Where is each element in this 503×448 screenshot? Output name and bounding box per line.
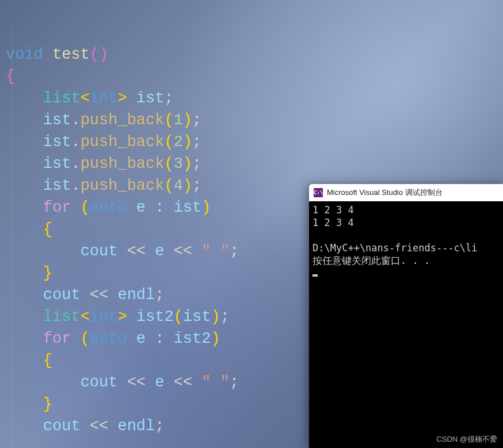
paren-open: ( xyxy=(164,177,173,194)
op-insert: << xyxy=(127,374,146,391)
paren-close: ) xyxy=(99,46,108,63)
var-ist: ist xyxy=(43,112,71,129)
id-endl: endl xyxy=(117,418,155,435)
dot: . xyxy=(71,112,80,129)
angle-open: < xyxy=(81,308,90,326)
brace-open: { xyxy=(43,221,52,238)
paren-open: ( xyxy=(174,308,183,326)
string-literal: " " xyxy=(201,243,230,260)
paren-close: ) xyxy=(183,155,192,173)
literal-2: 2 xyxy=(174,133,183,151)
angle-close: > xyxy=(117,90,127,107)
var-ist: ist xyxy=(136,90,165,107)
paren-close: ) xyxy=(211,330,220,347)
console-cursor xyxy=(313,274,318,277)
console-output[interactable]: 1 2 3 4 1 2 3 4 D:\MyC++\nans-friends---… xyxy=(309,201,503,448)
console-line: 按任意键关闭此窗口. . . xyxy=(313,255,430,266)
paren-open: ( xyxy=(90,46,99,63)
var-ist: ist xyxy=(43,155,71,173)
method-push_back: push_back xyxy=(81,133,165,151)
literal-1: 1 xyxy=(174,112,183,129)
op-insert: << xyxy=(127,243,146,260)
console-line: 1 2 3 4 xyxy=(313,217,354,228)
var-e: e xyxy=(155,374,164,391)
paren-open: ( xyxy=(81,330,90,347)
op-insert: << xyxy=(174,243,192,260)
method-push_back: push_back xyxy=(81,112,165,129)
paren-close: ) xyxy=(183,112,192,129)
debug-console-window[interactable]: C:\ Microsoft Visual Studio 调试控制台 1 2 3 … xyxy=(309,184,503,448)
semicolon: ; xyxy=(220,308,230,326)
paren-open: ( xyxy=(164,133,173,151)
op-insert: << xyxy=(90,286,108,304)
type-list: list xyxy=(43,90,81,107)
id-cout: cout xyxy=(81,243,118,260)
literal-4: 4 xyxy=(174,177,183,194)
watermark: CSDN @很楠不爱 xyxy=(436,434,497,445)
var-ist: ist xyxy=(43,133,71,151)
brace-open: { xyxy=(6,68,15,85)
op-insert: << xyxy=(174,374,192,391)
semicolon: ; xyxy=(192,133,201,151)
dot: . xyxy=(71,177,80,194)
var-e: e xyxy=(136,199,146,216)
string-literal: " " xyxy=(201,374,230,391)
paren-close: ) xyxy=(183,133,192,151)
keyword-for: for xyxy=(43,330,71,347)
paren-open: ( xyxy=(164,155,173,173)
indent-guide xyxy=(12,28,12,448)
var-ist: ist xyxy=(174,199,202,216)
paren-open: ( xyxy=(164,112,173,129)
type-list: list xyxy=(43,308,81,326)
literal-3: 3 xyxy=(174,155,183,173)
semicolon: ; xyxy=(192,155,201,173)
paren-close: ) xyxy=(183,177,192,194)
op-insert: << xyxy=(90,418,108,435)
var-e: e xyxy=(155,243,164,260)
var-ist: ist xyxy=(43,177,71,194)
function-name: test xyxy=(52,46,90,63)
console-titlebar[interactable]: C:\ Microsoft Visual Studio 调试控制台 xyxy=(309,184,503,201)
dot: . xyxy=(71,133,80,151)
console-icon: C:\ xyxy=(314,188,323,197)
keyword-for: for xyxy=(43,199,71,216)
paren-close: ) xyxy=(201,199,211,216)
semicolon: ; xyxy=(192,177,201,194)
paren-open: ( xyxy=(81,199,90,216)
dot: . xyxy=(71,155,80,173)
semicolon: ; xyxy=(155,418,164,435)
var-ist2: ist2 xyxy=(174,330,211,347)
console-title: Microsoft Visual Studio 调试控制台 xyxy=(327,187,443,198)
keyword-auto: auto xyxy=(90,330,127,347)
colon: : xyxy=(155,330,164,347)
semicolon: ; xyxy=(230,374,239,391)
id-endl: endl xyxy=(117,286,155,304)
semicolon: ; xyxy=(164,90,173,107)
console-line: 1 2 3 4 xyxy=(313,204,354,216)
method-push_back: push_back xyxy=(81,177,165,194)
brace-open: { xyxy=(43,352,52,369)
method-push_back: push_back xyxy=(81,155,165,173)
id-cout: cout xyxy=(43,418,81,435)
paren-close: ) xyxy=(211,308,220,326)
brace-close: } xyxy=(43,265,52,282)
semicolon: ; xyxy=(155,286,164,304)
keyword-auto: auto xyxy=(90,199,127,216)
brace-close: } xyxy=(43,396,52,413)
colon: : xyxy=(155,199,164,216)
type-int: int xyxy=(90,308,118,326)
angle-open: < xyxy=(81,90,90,107)
angle-close: > xyxy=(117,308,127,326)
type-int: int xyxy=(90,90,118,107)
semicolon: ; xyxy=(230,243,239,260)
id-cout: cout xyxy=(81,374,118,391)
var-e: e xyxy=(136,330,146,347)
id-cout: cout xyxy=(43,286,81,304)
console-line: D:\MyC++\nans-friends---c\li xyxy=(313,242,478,254)
var-ist2: ist2 xyxy=(136,308,174,326)
semicolon: ; xyxy=(192,112,201,129)
arg-ist: ist xyxy=(183,308,211,326)
